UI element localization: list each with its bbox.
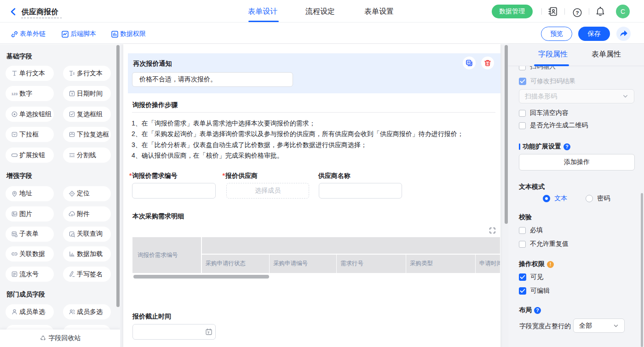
svg-text:?: ? (575, 10, 579, 15)
svg-text:123: 123 (12, 92, 18, 96)
